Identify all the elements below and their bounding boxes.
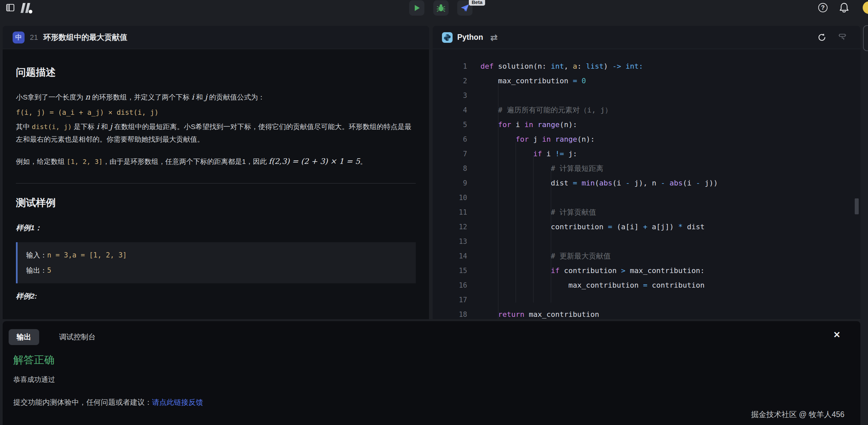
code-line[interactable]: 11 # 计算贡献值 <box>433 205 860 220</box>
feedback-line: 提交功能内测体验中，任何问题或者建议：请点此链接反馈 <box>13 397 203 407</box>
text-segment-plain: 的环形数组，并定义了两个下标 <box>90 93 192 101</box>
sample1-label: 样例1： <box>16 223 416 233</box>
code-line[interactable]: 4 # 遍历所有可能的元素对（i, j） <box>433 103 860 117</box>
code-text <box>467 190 480 205</box>
code-text: max_contribution = contribution <box>467 278 705 293</box>
section-heading-samples: 测试样例 <box>16 196 416 210</box>
switch-language-icon[interactable]: ⇄ <box>490 33 498 42</box>
reset-code-button[interactable] <box>817 33 827 42</box>
problem-title: 环形数组中的最大贡献值 <box>43 32 127 42</box>
code-text: if i != j: <box>467 147 577 161</box>
output-label: 输出： <box>26 266 47 274</box>
text-segment-math: n <box>85 93 90 101</box>
code-line[interactable]: 10 <box>433 190 860 205</box>
description-paragraph: 小S拿到了一个长度为 n 的环形数组，并定义了两个下标 i 和 j 的贡献值公式… <box>16 91 416 103</box>
problem-header: 中 21 环形数组中的最大贡献值 <box>3 26 429 49</box>
code-line[interactable]: 2 max_contribution = 0 <box>433 74 860 88</box>
run-button[interactable] <box>409 0 424 16</box>
tab-output[interactable]: 输出 <box>9 329 39 345</box>
text-segment-plain: 例如，给定数组 <box>16 158 67 165</box>
code-lines: 1def solution(n: int, a: list) -> int:2 … <box>433 49 860 319</box>
text-segment-plain: 和 <box>99 123 110 130</box>
line-number: 6 <box>433 132 467 147</box>
sample-output-line: 输出：5 <box>26 263 407 278</box>
text-segment-plain: ，由于是环形数组，任意两个下标的距离都是1，因此 <box>102 158 269 165</box>
code-line[interactable]: 3 <box>433 88 860 103</box>
language-label: Python <box>457 33 483 42</box>
user-avatar[interactable] <box>863 1 868 14</box>
page-scrollbar-thumb[interactable] <box>863 25 868 51</box>
code-line[interactable]: 9 dist = min(abs(i - j), n - abs(i - j)) <box>433 176 860 190</box>
line-number: 13 <box>433 234 467 249</box>
code-line[interactable]: 13 <box>433 234 860 249</box>
code-line[interactable]: 16 max_contribution = contribution <box>433 278 860 293</box>
code-line[interactable]: 6 for j in range(n): <box>433 132 860 147</box>
line-number: 3 <box>433 88 467 103</box>
debug-button[interactable] <box>433 0 448 16</box>
text-segment-code: [1, 2, 3] <box>67 158 102 165</box>
code-text: dist = min(abs(i - j), n - abs(i - j)) <box>467 176 718 190</box>
editor-panel: Python ⇄ <box>433 26 860 319</box>
code-text: # 计算贡献值 <box>467 205 596 220</box>
difficulty-badge: 中 <box>12 32 25 43</box>
help-icon[interactable]: ? <box>818 3 828 12</box>
code-line[interactable]: 1def solution(n: int, a: list) -> int: <box>433 59 860 74</box>
sample2-label: 样例2: <box>16 291 416 301</box>
line-number: 15 <box>433 264 467 278</box>
text-segment-math: i <box>191 93 194 101</box>
text-segment-math: j <box>205 93 207 101</box>
tab-debug-console[interactable]: 调试控制台 <box>51 329 103 345</box>
line-number: 1 <box>433 59 467 74</box>
code-line[interactable]: 5 for i in range(n): <box>433 117 860 132</box>
description-paragraph: 其中 dist(i, j) 是下标 i 和 j 在数组中的最短距离。小S希望找到… <box>16 120 416 146</box>
beta-badge: Beta <box>469 0 485 6</box>
code-text: contribution = (a[i] + a[j]) * dist <box>467 220 705 234</box>
code-text <box>467 234 480 249</box>
problem-description: 问题描述 小S拿到了一个长度为 n 的环形数组，并定义了两个下标 i 和 j 的… <box>3 49 429 319</box>
code-line[interactable]: 12 contribution = (a[i] + a[j]) * dist <box>433 220 860 234</box>
topbar: Beta ? <box>0 0 868 26</box>
sample1-io-block: 输入：n = 3,a = [1, 2, 3] 输出：5 <box>16 242 416 283</box>
output-console: 输出 调试控制台 ✕ 解答正确 恭喜成功通过 提交功能内测体验中，任何问题或者建… <box>3 321 860 425</box>
format-code-button[interactable] <box>836 32 846 42</box>
code-line[interactable]: 8 # 计算最短距离 <box>433 161 860 176</box>
sidebar-toggle-icon[interactable] <box>6 3 14 12</box>
play-icon <box>413 4 421 12</box>
section-divider <box>16 183 416 183</box>
bug-icon <box>437 4 445 12</box>
code-text: max_contribution = 0 <box>467 74 586 88</box>
code-line[interactable]: 18 return max_contribution <box>433 307 860 319</box>
line-number: 17 <box>433 293 467 307</box>
line-number: 11 <box>433 205 467 220</box>
code-text <box>467 88 480 103</box>
editor-header: Python ⇄ <box>433 26 860 49</box>
line-number: 9 <box>433 176 467 190</box>
code-line[interactable]: 7 if i != j: <box>433 147 860 161</box>
line-number: 10 <box>433 190 467 205</box>
code-text: # 遍历所有可能的元素对（i, j） <box>467 103 612 117</box>
feedback-text: 提交功能内测体验中，任何问题或者建议： <box>13 398 152 406</box>
line-number: 4 <box>433 103 467 117</box>
close-icon[interactable]: ✕ <box>833 330 840 339</box>
marscode-logo[interactable] <box>19 2 34 14</box>
text-segment-plain: 和 <box>194 93 205 101</box>
paper-plane-icon <box>460 3 469 12</box>
notifications-bell-icon[interactable] <box>839 2 849 13</box>
code-line[interactable]: 14 # 更新最大贡献值 <box>433 249 860 264</box>
text-segment-plain: 其中 <box>16 123 32 130</box>
feedback-link[interactable]: 请点此链接反馈 <box>152 398 203 406</box>
code-line[interactable]: 17 <box>433 293 860 307</box>
editor-scrollbar-thumb[interactable] <box>855 199 859 214</box>
text-segment-plain: 。 <box>360 158 367 165</box>
code-line[interactable]: 15 if contribution > max_contribution: <box>433 264 860 278</box>
code-text: def solution(n: int, a: list) -> int: <box>467 59 643 74</box>
text-segment-plain: 小S拿到了一个长度为 <box>16 93 85 101</box>
output-value: 5 <box>47 266 52 274</box>
result-message: 恭喜成功通过 <box>13 375 55 384</box>
input-value: n = 3,a = [1, 2, 3] <box>47 251 127 259</box>
code-text: return max_contribution <box>467 307 599 319</box>
code-editor[interactable]: 1def solution(n: int, a: list) -> int:2 … <box>433 49 860 319</box>
submit-button[interactable]: Beta <box>457 0 472 16</box>
code-text: for i in range(n): <box>467 117 577 132</box>
line-number: 16 <box>433 278 467 293</box>
